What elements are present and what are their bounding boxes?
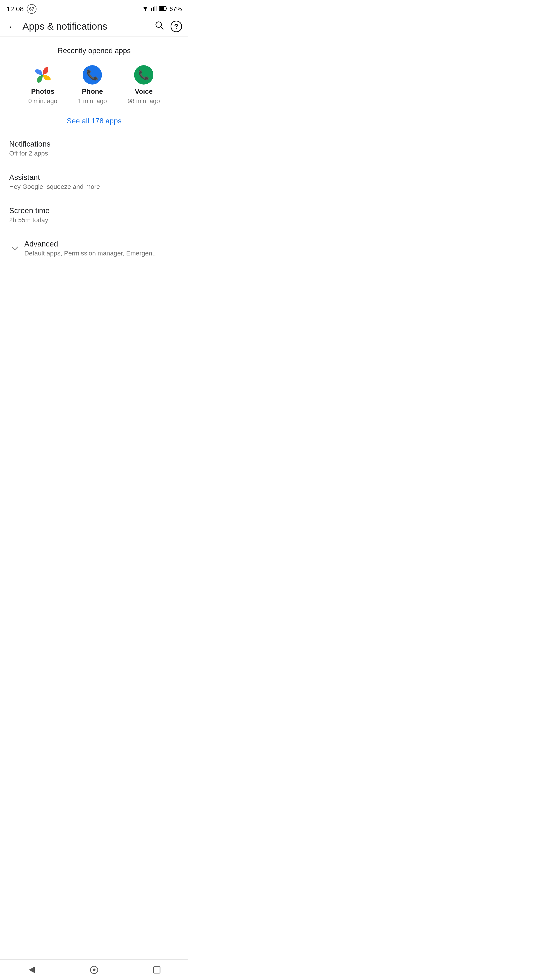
advanced-title: Advanced [24, 240, 179, 248]
voice-app-time: 98 min. ago [128, 98, 160, 105]
phone-app-time: 1 min. ago [78, 98, 107, 105]
phone-app-icon: 📞 [82, 65, 103, 85]
status-time: 12:08 [6, 5, 24, 13]
settings-item-advanced[interactable]: Advanced Default apps, Permission manage… [0, 232, 188, 265]
svg-line-9 [161, 27, 163, 29]
voice-app-name: Voice [135, 88, 152, 95]
settings-item-assistant-text: Assistant Hey Google, squeeze and more [9, 173, 179, 191]
photos-app-time: 0 min. ago [28, 98, 57, 105]
phone-icon: 📞 [83, 65, 102, 84]
svg-rect-6 [166, 8, 167, 10]
notifications-subtitle: Off for 2 apps [9, 150, 179, 157]
settings-item-notifications-text: Notifications Off for 2 apps [9, 140, 179, 157]
battery-percentage: 67% [170, 5, 182, 13]
see-all-apps-link[interactable]: See all 178 apps [67, 117, 121, 125]
svg-rect-3 [154, 6, 156, 11]
status-right: 67% [142, 5, 182, 13]
voice-app-icon: 📞 [133, 65, 154, 85]
phone-app-name: Phone [82, 88, 103, 95]
battery-icon [159, 5, 167, 13]
advanced-subtitle: Default apps, Permission manager, Emerge… [24, 250, 179, 257]
help-icon: ? [171, 21, 182, 32]
svg-point-0 [145, 10, 146, 11]
photos-icon [33, 66, 52, 84]
settings-item-screen-time[interactable]: Screen time 2h 55m today [0, 199, 188, 232]
back-arrow-icon: ← [8, 22, 16, 31]
toolbar: ← Apps & notifications ? [0, 16, 188, 37]
svg-rect-1 [151, 8, 152, 11]
notifications-title: Notifications [9, 140, 179, 148]
toolbar-actions: ? [153, 20, 183, 33]
svg-rect-7 [160, 7, 164, 10]
app-item-phone[interactable]: 📞 Phone 1 min. ago [78, 65, 107, 105]
settings-item-screen-time-text: Screen time 2h 55m today [9, 206, 179, 224]
recently-opened-section: Recently opened apps Photos 0 min. ago [0, 37, 188, 132]
settings-item-assistant[interactable]: Assistant Hey Google, squeeze and more [0, 165, 188, 199]
svg-rect-4 [156, 6, 157, 11]
screen-time-subtitle: 2h 55m today [9, 216, 179, 224]
app-item-voice[interactable]: 📞 Voice 98 min. ago [128, 65, 160, 105]
assistant-subtitle: Hey Google, squeeze and more [9, 183, 179, 191]
voice-icon: 📞 [134, 65, 153, 84]
status-left: 12:08 67 [6, 4, 37, 14]
photos-app-name: Photos [31, 88, 55, 95]
status-bar: 12:08 67 [0, 0, 188, 16]
apps-row: Photos 0 min. ago 📞 Phone 1 min. ago 📞 V… [5, 65, 183, 105]
wifi-icon [142, 5, 149, 13]
svg-rect-2 [152, 7, 154, 11]
help-button[interactable]: ? [170, 20, 183, 33]
app-item-photos[interactable]: Photos 0 min. ago [28, 65, 57, 105]
signal-icon [151, 5, 157, 13]
settings-item-advanced-text: Advanced Default apps, Permission manage… [24, 240, 179, 257]
page-title: Apps & notifications [22, 21, 153, 32]
back-button[interactable]: ← [5, 20, 18, 33]
advanced-chevron-icon [9, 244, 21, 253]
search-button[interactable] [153, 20, 166, 33]
screen-time-title: Screen time [9, 206, 179, 215]
notification-badge: 67 [27, 4, 37, 14]
photos-app-icon [32, 65, 53, 85]
settings-list: Notifications Off for 2 apps Assistant H… [0, 132, 188, 265]
settings-item-notifications[interactable]: Notifications Off for 2 apps [0, 132, 188, 165]
search-icon [155, 21, 164, 32]
recently-opened-title: Recently opened apps [5, 46, 183, 55]
assistant-title: Assistant [9, 173, 179, 182]
